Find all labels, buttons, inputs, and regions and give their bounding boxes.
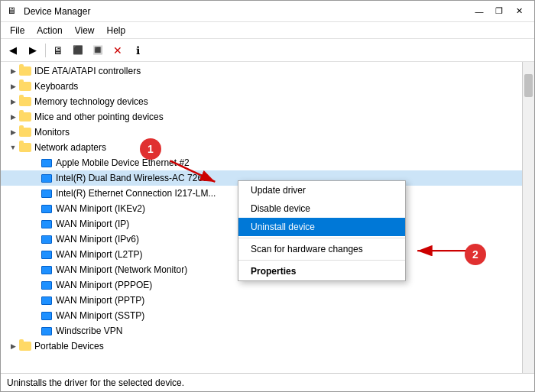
menu-action[interactable]: Action [31, 24, 68, 37]
expander-wan-ikev2 [28, 202, 41, 215]
device-icon-wan-l2tp [41, 248, 53, 261]
toolbar-delete[interactable]: ✕ [109, 41, 127, 60]
device-icon-wan-pppoe [41, 279, 53, 291]
expander-intel-wireless [28, 172, 41, 184]
device-icon-wan-sstp [41, 309, 53, 322]
label-windscribe: Windscribe VPN [56, 326, 122, 336]
tree-item-apple[interactable]: Apple Mobile Device Ethernet #2 [1, 155, 522, 170]
label-wan-pptp: WAN Miniport (PPTP) [56, 295, 144, 306]
toolbar-properties[interactable]: ℹ [128, 41, 147, 60]
context-menu: Update driver Disable device Uninstall d… [238, 180, 406, 281]
tree-item-ide[interactable]: ▶ IDE ATA/ATAPI controllers [1, 63, 522, 79]
tree-item-windscribe[interactable]: Windscribe VPN [1, 323, 522, 339]
annotation-2: 2 [465, 244, 486, 265]
label-memory: Memory technology devices [34, 96, 148, 107]
label-wan-ip: WAN Miniport (IP) [56, 219, 129, 229]
expander-wan-netmon [28, 264, 41, 276]
folder-icon-keyboards [19, 80, 31, 92]
folder-icon-memory [19, 96, 31, 108]
main-area: ▶ IDE ATA/ATAPI controllers ▶ Keyboards … [1, 62, 534, 373]
expander-wan-ip [28, 218, 41, 230]
tree-item-wan-pptp[interactable]: WAN Miniport (PPTP) [1, 293, 522, 308]
expander-monitors: ▶ [7, 126, 19, 138]
device-icon-intel-ethernet [41, 187, 53, 199]
device-manager-window: 🖥 Device Manager — ❐ ✕ File Action View … [0, 0, 535, 392]
expander-wan-l2tp [28, 248, 41, 261]
tree-item-mice[interactable]: ▶ Mice and other pointing devices [1, 109, 522, 125]
tree-item-memory[interactable]: ▶ Memory technology devices [1, 94, 522, 109]
label-wan-ikev2: WAN Miniport (IKEv2) [56, 203, 145, 214]
tree-item-wan-sstp[interactable]: WAN Miniport (SSTP) [1, 308, 522, 323]
label-mice: Mice and other pointing devices [34, 112, 164, 122]
menu-view[interactable]: View [69, 24, 101, 37]
tree-item-network[interactable]: ▼ Network adapters [1, 140, 522, 155]
window-controls: — ❐ ✕ [470, 4, 528, 19]
expander-portable: ▶ [7, 340, 19, 352]
folder-icon-mice [19, 111, 31, 123]
tree-item-keyboards[interactable]: ▶ Keyboards [1, 79, 522, 94]
ctx-properties[interactable]: Properties [238, 262, 405, 280]
toolbar-device[interactable]: ⬛ [69, 41, 87, 60]
toolbar-computer[interactable]: 🖥 [49, 41, 67, 60]
device-icon-wan-netmon [41, 264, 53, 276]
label-wan-l2tp: WAN Miniport (L2TP) [56, 249, 143, 260]
device-icon-wan-pptp [41, 294, 53, 306]
toolbar-scan[interactable]: 🔳 [89, 41, 107, 60]
expander-network: ▼ [7, 141, 19, 154]
expander-intel-ethernet [28, 187, 41, 199]
device-icon-wan-ikev2 [41, 202, 53, 215]
expander-wan-ipv6 [28, 233, 41, 245]
expander-apple [28, 157, 41, 169]
label-wan-netmon: WAN Miniport (Network Monitor) [56, 264, 187, 275]
toolbar-forward[interactable]: ▶ [24, 41, 42, 60]
label-wan-ipv6: WAN Miniport (IPv6) [56, 234, 139, 245]
label-wan-sstp: WAN Miniport (SSTP) [56, 310, 144, 321]
device-icon-apple [41, 157, 53, 169]
folder-icon-monitors [19, 126, 31, 138]
ctx-scan-changes[interactable]: Scan for hardware changes [238, 240, 405, 258]
ctx-update-driver[interactable]: Update driver [238, 181, 405, 199]
ctx-disable-device[interactable]: Disable device [238, 199, 405, 218]
scrollbar-vertical[interactable] [522, 62, 534, 373]
ctx-uninstall-device[interactable]: Uninstall device [238, 218, 405, 236]
annotation-1: 1 [140, 138, 161, 160]
menu-bar: File Action View Help [1, 22, 534, 39]
label-apple: Apple Mobile Device Ethernet #2 [56, 157, 190, 168]
expander-wan-pppoe [28, 279, 41, 291]
device-icon-wan-ip [41, 218, 53, 230]
folder-icon-ide [19, 65, 31, 77]
expander-memory: ▶ [7, 96, 19, 108]
label-network: Network adapters [34, 142, 106, 153]
minimize-button[interactable]: — [470, 4, 488, 19]
menu-file[interactable]: File [4, 24, 31, 37]
restore-button[interactable]: ❐ [490, 4, 508, 19]
folder-icon-network [19, 141, 31, 154]
window-icon: 🖥 [7, 5, 19, 18]
toolbar-separator-1 [45, 44, 46, 57]
scrollbar-thumb[interactable] [524, 74, 533, 97]
folder-icon-portable [19, 340, 31, 352]
window-title: Device Manager [24, 6, 470, 17]
label-portable: Portable Devices [34, 341, 104, 352]
toolbar-back[interactable]: ◀ [4, 41, 22, 60]
expander-wan-pptp [28, 294, 41, 306]
device-icon-intel-wireless [41, 172, 53, 184]
tree-item-portable[interactable]: ▶ Portable Devices [1, 339, 522, 354]
title-bar: 🖥 Device Manager — ❐ ✕ [1, 1, 534, 22]
close-button[interactable]: ✕ [510, 4, 528, 19]
label-intel-ethernet: Intel(R) Ethernet Connection I217-LM... [56, 188, 216, 199]
menu-help[interactable]: Help [101, 24, 132, 37]
expander-keyboards: ▶ [7, 80, 19, 92]
toolbar: ◀ ▶ 🖥 ⬛ 🔳 ✕ ℹ [1, 39, 534, 62]
expander-windscribe [28, 325, 41, 337]
tree-item-monitors[interactable]: ▶ Monitors [1, 125, 522, 140]
expander-ide: ▶ [7, 65, 19, 77]
label-ide: IDE ATA/ATAPI controllers [34, 66, 141, 76]
device-icon-wan-ipv6 [41, 233, 53, 245]
status-text: Uninstalls the driver for the selected d… [7, 377, 184, 388]
label-keyboards: Keyboards [34, 81, 78, 92]
label-intel-wireless: Intel(R) Dual Band Wireless-AC 7260 [56, 173, 208, 183]
label-monitors: Monitors [34, 127, 70, 138]
status-bar: Uninstalls the driver for the selected d… [1, 373, 534, 391]
expander-mice: ▶ [7, 111, 19, 123]
